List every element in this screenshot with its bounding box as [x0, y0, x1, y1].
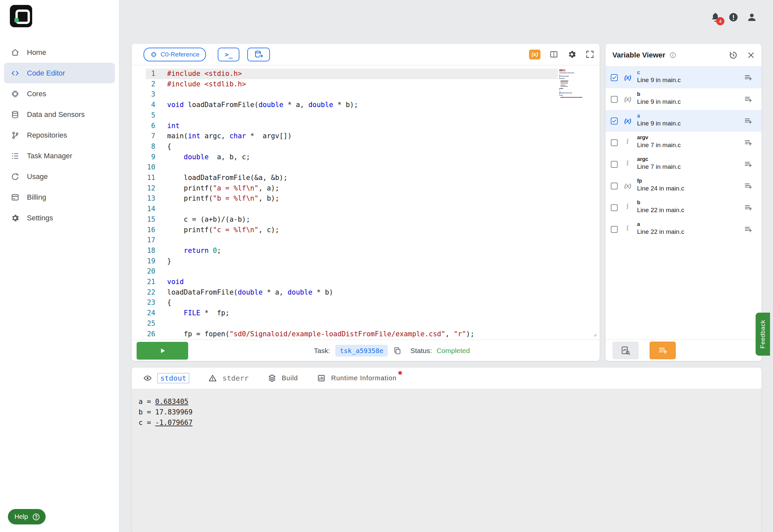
variable-name: c [637, 69, 681, 76]
history-icon[interactable] [729, 51, 738, 60]
variable-checkbox[interactable] [611, 74, 618, 81]
variable-type-icon: (x) [621, 117, 634, 124]
build-settings-gear-icon[interactable] [567, 50, 577, 59]
variable-row[interactable]: (x)fpLine 24 in main.c [606, 175, 762, 197]
variable-checkbox[interactable] [611, 118, 618, 124]
playlist-add-icon[interactable] [744, 95, 752, 103]
variable-viewer-toggle-icon[interactable]: (x) [529, 50, 541, 59]
feedback-label: Feedback [759, 320, 766, 348]
notification-dot [398, 371, 402, 375]
home-icon [11, 48, 20, 57]
help-label: Help [14, 513, 28, 521]
tab-stderr[interactable]: stderr [208, 374, 248, 383]
editor-minimap[interactable] [559, 69, 594, 98]
run-button[interactable] [137, 342, 188, 360]
close-icon[interactable] [746, 51, 756, 60]
sidebar-item-task-manager[interactable]: Task Manager [4, 145, 115, 166]
distribution-link[interactable]: 0.683405 [155, 398, 188, 406]
eye-icon [143, 374, 152, 383]
code-line [167, 162, 475, 173]
signaloid-logo[interactable] [10, 5, 32, 27]
tab-stdout[interactable]: stdout [143, 373, 189, 383]
code-line: { [167, 298, 475, 308]
status-label: Status: [410, 347, 432, 355]
code-line: fp = fopen("sd0/Signaloid/example-loadDi… [167, 329, 475, 340]
code-line: { [167, 142, 475, 152]
variable-row[interactable]: (x)bLine 9 in main.c [606, 88, 762, 110]
database-icon [11, 110, 20, 119]
sidebar-item-label: Data and Sensors [27, 110, 85, 119]
playlist-add-icon[interactable] [744, 182, 752, 190]
playlist-add-icon[interactable] [744, 73, 752, 82]
variable-row[interactable]: argcLine 7 in main.c [606, 153, 762, 175]
sidebar-item-home[interactable]: Home [4, 42, 115, 63]
sidebar-item-data-and-sensors[interactable]: Data and Sensors [4, 104, 115, 125]
tab-label: stderr [222, 374, 248, 382]
account-avatar-icon[interactable] [746, 12, 757, 23]
variable-checkbox[interactable] [611, 96, 618, 103]
variable-info: bLine 22 in main.c [637, 199, 684, 214]
code-editor-area[interactable]: 1234567891011121314151617181920212223242… [132, 65, 600, 340]
variable-type-icon: (x) [621, 96, 634, 103]
data-export-button[interactable] [247, 48, 270, 61]
add-variables-button[interactable] [650, 342, 676, 359]
sidebar-item-billing[interactable]: Billing [4, 187, 115, 208]
tab-label: Build [282, 374, 298, 382]
logo-dot [14, 18, 19, 22]
sidebar-item-usage[interactable]: Usage [4, 166, 115, 187]
code-line: void loadDataFromFile(double * a, double… [167, 100, 475, 110]
stdout-lines: a = 0.683405b = 17.839969c = -1.079667 [132, 389, 762, 428]
code-content[interactable]: #include <stdio.h>#include <stdlib.h> vo… [167, 69, 475, 339]
code-line: main(int argc, char * argv[]) [167, 131, 475, 142]
code-line [167, 319, 475, 329]
playlist-add-icon[interactable] [744, 138, 752, 147]
distribution-link[interactable]: -1.079667 [155, 419, 193, 427]
sidebar-item-repositories[interactable]: Repositories [4, 125, 115, 145]
variable-row[interactable]: aLine 22 in main.c [606, 218, 762, 240]
variable-checkbox[interactable] [611, 161, 618, 168]
feedback-tab[interactable]: Feedback [756, 313, 770, 356]
editor-toolbar: C0-Reference >_ (x) [132, 44, 600, 65]
playlist-add-icon[interactable] [744, 117, 752, 125]
code-line [167, 235, 475, 246]
task-id-chip: tsk_a59358e [335, 345, 388, 357]
variable-checkbox[interactable] [611, 183, 618, 189]
signaloid-app: { "sidebar": { "items": [ {"label": "Hom… [0, 0, 773, 532]
editor-resize-grip[interactable] [591, 331, 598, 338]
variable-location: Line 7 in main.c [637, 163, 681, 171]
variable-checkbox[interactable] [611, 226, 618, 233]
variable-row[interactable]: bLine 22 in main.c [606, 197, 762, 218]
help-button[interactable]: Help [8, 509, 46, 524]
sidebar-item-code-editor[interactable]: Code Editor [4, 63, 115, 83]
split-panel-icon[interactable] [549, 50, 559, 59]
playlist-add-icon[interactable] [744, 225, 752, 233]
tab-build[interactable]: Build [268, 374, 298, 383]
variable-checkbox[interactable] [611, 139, 618, 146]
variable-row[interactable]: (x)aLine 9 in main.c [606, 110, 762, 132]
plot-distribution-button[interactable] [612, 342, 639, 359]
info-icon[interactable] [669, 52, 676, 59]
alerts-icon[interactable] [728, 12, 739, 23]
variable-location: Line 22 in main.c [637, 206, 684, 214]
tab-runtime-information[interactable]: Runtime Information [317, 374, 396, 383]
core-selector-button[interactable]: C0-Reference [144, 48, 206, 61]
status-badge: Completed [436, 347, 470, 355]
terminal-button[interactable]: >_ [218, 48, 239, 61]
variable-checkbox[interactable] [611, 204, 618, 211]
sidebar-item-cores[interactable]: Cores [4, 83, 115, 104]
playlist-add-icon[interactable] [744, 160, 752, 168]
copy-task-id-icon[interactable] [393, 346, 402, 355]
fullscreen-icon[interactable] [585, 50, 595, 59]
distribution-icon [621, 224, 634, 234]
variable-row[interactable]: argvLine 7 in main.c [606, 132, 762, 153]
code-line: printf("b = %lf\n", b); [167, 193, 475, 204]
runtime-icon [317, 374, 326, 383]
playlist-add-icon[interactable] [744, 203, 752, 212]
variable-info: argcLine 7 in main.c [637, 156, 681, 171]
variable-name: argv [637, 134, 681, 141]
variable-row[interactable]: (x)cLine 9 in main.c [606, 67, 762, 88]
plot-search-icon [621, 345, 630, 355]
variable-location: Line 9 in main.c [637, 76, 681, 84]
sidebar-item-settings[interactable]: Settings [4, 208, 115, 228]
repo-icon [11, 131, 20, 140]
